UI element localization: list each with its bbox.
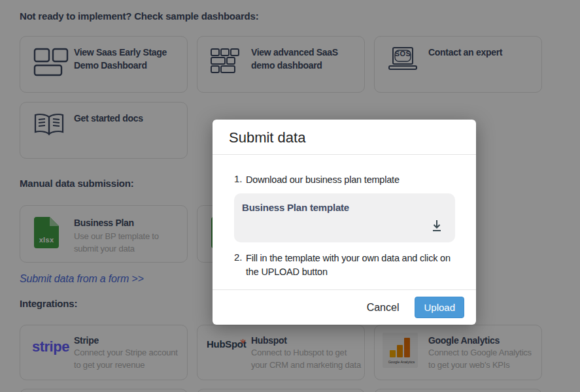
step-1-text: Download our business plan template — [246, 173, 400, 187]
upload-button[interactable]: Upload — [415, 297, 464, 318]
modal-header: Submit data — [213, 120, 476, 155]
cancel-button[interactable]: Cancel — [366, 299, 401, 316]
download-box-label: Business Plan template — [242, 202, 349, 213]
step-1-number: 1. — [234, 173, 246, 187]
step-2: 2. Fill in the template with your own da… — [234, 252, 460, 279]
business-plan-template-item[interactable]: Business Plan template — [234, 193, 455, 242]
step-1: 1. Download our business plan template — [234, 173, 460, 187]
submit-data-modal: Submit data 1. Download our business pla… — [213, 120, 476, 325]
step-2-text: Fill in the template with your own data … — [246, 252, 460, 279]
modal-body: 1. Download our business plan template B… — [213, 155, 476, 279]
step-2-number: 2. — [234, 252, 246, 279]
download-icon[interactable] — [432, 220, 442, 235]
modal-footer: Cancel Upload — [213, 289, 476, 325]
modal-title: Submit data — [213, 120, 476, 146]
